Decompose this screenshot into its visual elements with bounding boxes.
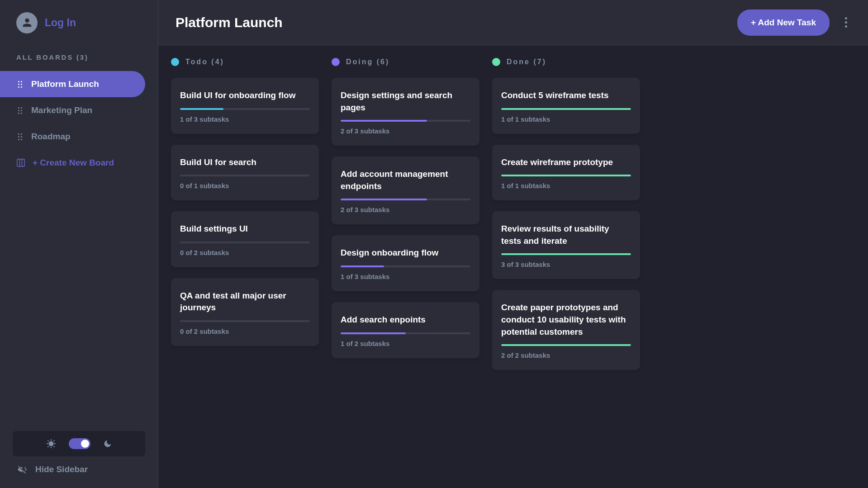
task-title: Build settings UI [180,223,310,235]
task-card[interactable]: Design settings and search pages 2 of 3 … [332,78,479,146]
board-label: Platform Launch [31,79,99,89]
header: Platform Launch + Add New Task [158,0,868,45]
progress-bar [501,344,631,346]
dot-icon [845,17,847,19]
task-card[interactable]: Build UI for onboarding flow 1 of 3 subt… [171,78,319,134]
progress-fill [341,265,384,267]
dot-icon [845,21,847,24]
column-title: Doing (6) [346,58,389,66]
progress-fill [341,332,406,334]
sidebar-board-item[interactable]: Platform Launch [0,71,145,97]
task-title: Add account management endpoints [341,168,470,192]
theme-toggle-switch[interactable] [69,438,90,449]
subtask-count: 0 of 2 subtasks [180,249,310,256]
create-board-button[interactable]: + Create New Board [0,150,158,176]
theme-toggle-container [13,431,145,456]
hide-sidebar-label: Hide Sidebar [35,464,88,474]
subtask-count: 0 of 1 subtasks [180,182,310,190]
column-header: Done (7) [492,58,640,66]
task-title: Review results of usability tests and it… [501,223,631,247]
column-title: Todo (4) [185,58,224,66]
progress-bar [501,175,631,176]
task-card[interactable]: Review results of usability tests and it… [492,211,640,279]
subtask-count: 1 of 1 subtasks [501,115,631,123]
subtask-count: 2 of 3 subtasks [341,206,470,213]
column-header: Doing (6) [332,58,479,66]
column-color-dot [492,58,500,66]
subtask-count: 1 of 3 subtasks [180,115,310,123]
progress-fill [341,199,427,200]
board-label: Roadmap [31,132,71,142]
progress-fill [501,253,631,255]
header-actions: + Add New Task [737,9,851,36]
progress-fill [501,175,631,176]
task-card[interactable]: Conduct 5 wireframe tests 1 of 1 subtask… [492,78,640,134]
subtask-count: 0 of 2 subtasks [180,327,310,335]
task-card[interactable]: QA and test all major user journeys 0 of… [171,278,319,346]
create-board-label: + Create New Board [33,158,114,168]
toggle-knob [81,440,89,448]
progress-bar [180,242,310,243]
login-link[interactable]: Log In [45,17,76,29]
progress-bar [501,253,631,255]
avatar[interactable] [16,12,38,33]
progress-bar [341,265,470,267]
progress-bar [180,320,310,322]
main: Platform Launch + Add New Task Todo (4) … [158,0,868,488]
sidebar-board-item[interactable]: Marketing Plan [0,97,145,123]
subtask-count: 1 of 1 subtasks [501,182,631,190]
task-title: Create wireframe prototype [501,156,631,169]
subtask-count: 3 of 3 subtasks [501,261,631,268]
drag-handle-icon[interactable] [18,107,22,114]
sidebar-header: Log In [0,0,158,45]
progress-bar [180,108,310,110]
subtask-count: 1 of 3 subtasks [341,273,470,280]
hide-sidebar-button[interactable]: Hide Sidebar [13,456,145,474]
task-card[interactable]: Create wireframe prototype 1 of 1 subtas… [492,145,640,201]
column-color-dot [332,58,340,66]
progress-fill [501,344,631,346]
task-title: Design settings and search pages [341,90,470,114]
task-card[interactable]: Build UI for search 0 of 1 subtasks [171,145,319,201]
progress-fill [341,120,427,122]
sidebar: Log In ALL BOARDS (3) Platform Launch Ma… [0,0,158,488]
task-title: Conduct 5 wireframe tests [501,90,631,102]
moon-icon [103,439,112,448]
task-title: Create paper prototypes and conduct 10 u… [501,302,631,338]
board-icon [16,159,25,167]
board-column: Todo (4) Build UI for onboarding flow 1 … [171,58,319,488]
progress-bar [341,332,470,334]
task-title: Design onboarding flow [341,247,470,259]
dot-icon [845,25,847,28]
task-card[interactable]: Add search enpoints 1 of 2 subtasks [332,302,479,358]
task-card[interactable]: Design onboarding flow 1 of 3 subtasks [332,235,479,291]
progress-bar [180,175,310,176]
task-card[interactable]: Create paper prototypes and conduct 10 u… [492,290,640,370]
progress-fill [180,108,223,110]
task-title: QA and test all major user journeys [180,290,310,314]
task-title: Build UI for onboarding flow [180,90,310,102]
task-card[interactable]: Add account management endpoints 2 of 3 … [332,156,479,224]
progress-fill [501,108,631,110]
add-task-button[interactable]: + Add New Task [737,9,830,36]
progress-bar [341,199,470,200]
board-column: Doing (6) Design settings and search pag… [332,58,479,488]
task-title: Add search enpoints [341,314,470,326]
eye-slash-icon [17,465,27,474]
board-label: Marketing Plan [31,105,92,115]
task-card[interactable]: Build settings UI 0 of 2 subtasks [171,211,319,267]
more-menu-button[interactable] [841,14,851,31]
task-title: Build UI for search [180,156,310,169]
board-columns[interactable]: Todo (4) Build UI for onboarding flow 1 … [158,45,868,488]
page-title: Platform Launch [175,15,283,30]
person-icon [21,16,33,29]
subtask-count: 1 of 2 subtasks [341,340,470,347]
boards-section: ALL BOARDS (3) Platform Launch Marketing… [0,45,158,176]
drag-handle-icon[interactable] [18,81,22,88]
progress-bar [501,108,631,110]
drag-handle-icon[interactable] [18,133,22,140]
sidebar-board-item[interactable]: Roadmap [0,123,145,150]
progress-bar [341,120,470,122]
column-header: Todo (4) [171,58,319,66]
sun-icon [46,439,56,449]
